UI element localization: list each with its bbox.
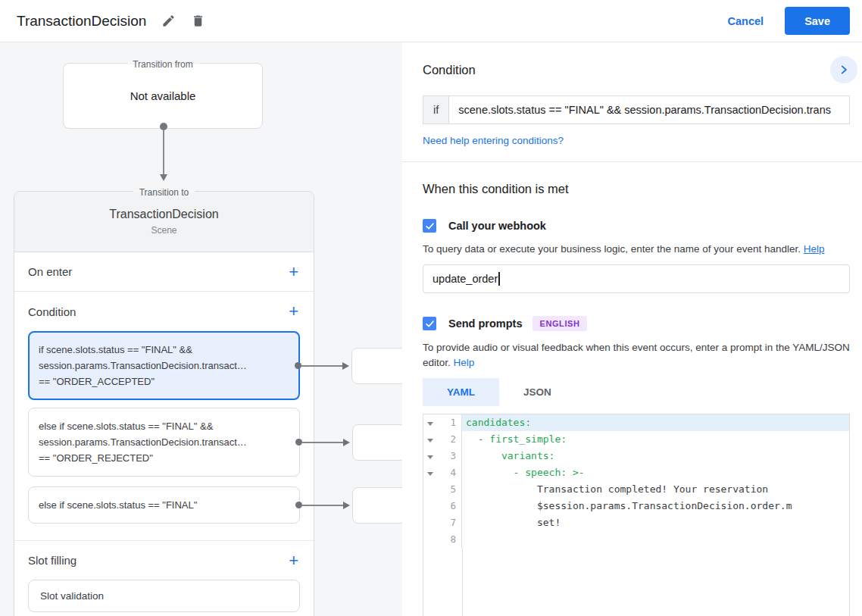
condition-card-rejected[interactable]: else if scene.slots.status == "FINAL" &&…: [28, 408, 300, 477]
scene-type-label: Scene: [151, 225, 176, 236]
webhook-checkbox[interactable]: [423, 219, 436, 233]
connector-dot: [295, 502, 302, 508]
yaml-editor[interactable]: 1 candidates: 2 - first_simple: 3 varian…: [423, 414, 850, 616]
add-icon: +: [289, 551, 298, 570]
arrow-right-icon: [342, 362, 349, 370]
condition-card-final[interactable]: else if scene.slots.status == "FINAL": [28, 486, 300, 524]
top-bar: TransactionDecision Cancel Save: [0, 0, 862, 42]
webhook-checkbox-row: Call your webhook: [423, 219, 850, 233]
fold-toggle[interactable]: [423, 448, 437, 464]
transition-target-node[interactable]: [351, 348, 402, 384]
webhook-label: Call your webhook: [448, 220, 546, 232]
condition-expression-input[interactable]: [448, 95, 850, 124]
chevron-down-icon: [427, 439, 433, 442]
arrow-right-icon: [343, 439, 350, 446]
when-met-title: When this condition is met: [423, 182, 850, 196]
webhook-description: To query data or execute your business l…: [423, 242, 850, 257]
condition-line: == "ORDER_REJECTED": [39, 450, 289, 466]
check-icon: [425, 319, 435, 329]
chevron-right-icon: [839, 64, 849, 75]
trash-icon: [191, 14, 205, 28]
editor-line: 1 candidates:: [423, 414, 849, 431]
condition-help-link[interactable]: Need help entering conditions?: [423, 135, 564, 146]
condition-connector: [299, 487, 402, 524]
condition-line: == "ORDER_ACCEPTED": [39, 374, 289, 389]
condition-label: Condition: [28, 305, 76, 318]
condition-panel-title: Condition: [423, 63, 476, 77]
scene-header: TransactionDecision Scene: [14, 192, 314, 252]
condition-line: session.params.TransactionDecision.trans…: [39, 434, 289, 450]
condition-detail-panel: Condition if Need help entering conditio…: [402, 42, 862, 616]
condition-card-accepted[interactable]: if scene.slots.status == "FINAL" && sess…: [28, 331, 300, 400]
condition-line: else if scene.slots.status == "FINAL": [39, 497, 289, 513]
slot-validation-label: Slot validation: [40, 590, 104, 602]
pencil-icon: [161, 14, 176, 28]
transition-to-node: Transition to TransactionDecision Scene …: [14, 191, 314, 616]
page-title: TransactionDecision: [17, 13, 146, 30]
connector-dot: [295, 439, 302, 446]
section-divider: [402, 161, 862, 162]
editor-line: 4 - speech: >-: [423, 464, 849, 481]
add-icon: +: [289, 302, 298, 321]
webhook-help-link[interactable]: Help: [804, 243, 825, 255]
webhook-handler-value: update_order: [433, 273, 498, 285]
section-on-enter: On enter +: [14, 252, 314, 292]
condition-connector: [298, 348, 402, 384]
editor-line: 6 $session.params.TransactionDecision.or…: [423, 498, 849, 514]
chevron-down-icon: [427, 455, 433, 459]
chevron-down-icon: [427, 422, 433, 426]
editor-line: 7 set!: [423, 514, 849, 531]
transition-from-node: Transition from Not available: [63, 63, 263, 129]
transition-target-node[interactable]: [352, 424, 402, 461]
fold-toggle[interactable]: [423, 414, 437, 431]
prompts-help-link[interactable]: Help: [454, 357, 475, 368]
add-on-enter-button[interactable]: +: [287, 264, 300, 280]
transition-target-node[interactable]: [352, 487, 402, 524]
tab-yaml[interactable]: YAML: [423, 378, 499, 406]
prompts-checkbox-row: Send prompts ENGLISH: [423, 316, 850, 331]
slot-validation-card[interactable]: Slot validation: [28, 580, 300, 612]
prompts-description: To provide audio or visual feedback when…: [423, 340, 850, 371]
slot-filling-label: Slot filling: [28, 554, 77, 567]
condition-heading-row: Condition: [423, 56, 850, 83]
on-enter-label: On enter: [28, 265, 72, 278]
scene-name: TransactionDecision: [109, 208, 218, 221]
editor-line: 5 Transaction completed! Your reservatio…: [423, 481, 849, 498]
scene-diagram-panel: Transition from Not available Transition…: [0, 42, 402, 616]
tab-json[interactable]: JSON: [499, 378, 576, 406]
editor-line: 3 variants:: [423, 448, 849, 464]
text-cursor: [498, 272, 500, 286]
language-badge: ENGLISH: [533, 316, 586, 331]
connector-dot: [295, 362, 301, 369]
chevron-down-icon: [427, 472, 433, 476]
edit-button[interactable]: [161, 14, 176, 28]
webhook-handler-input[interactable]: update_order: [423, 264, 850, 293]
save-button[interactable]: Save: [785, 7, 850, 35]
collapse-panel-button[interactable]: [830, 56, 857, 83]
prompts-checkbox[interactable]: [423, 317, 436, 330]
condition-connector: [299, 424, 402, 461]
condition-line: else if scene.slots.status == "FINAL" &&: [39, 418, 289, 434]
add-condition-button[interactable]: +: [287, 303, 300, 320]
add-slot-button[interactable]: +: [287, 552, 300, 569]
editor-line: 8: [423, 531, 849, 548]
fold-toggle[interactable]: [423, 431, 437, 448]
editor-empty-area: [423, 548, 849, 616]
if-prefix-label: if: [423, 95, 448, 124]
arrow-right-icon: [343, 502, 350, 509]
condition-expression-row: if: [423, 95, 850, 124]
condition-line: session.params.TransactionDecision.trans…: [39, 358, 289, 374]
editor-format-tabs: YAML JSON: [423, 378, 850, 406]
add-icon: +: [289, 262, 298, 281]
section-condition: Condition +: [14, 292, 314, 331]
delete-button[interactable]: [191, 14, 205, 28]
transition-arrow: [159, 123, 167, 181]
check-icon: [425, 221, 435, 231]
transition-from-value: Not available: [130, 89, 196, 102]
condition-line: if scene.slots.status == "FINAL" &&: [39, 342, 289, 358]
transition-from-legend: Transition from: [64, 57, 262, 71]
cancel-button[interactable]: Cancel: [728, 15, 764, 27]
fold-toggle[interactable]: [423, 464, 437, 481]
prompts-label: Send prompts: [448, 317, 522, 330]
section-slot-filling: Slot filling +: [14, 540, 314, 580]
